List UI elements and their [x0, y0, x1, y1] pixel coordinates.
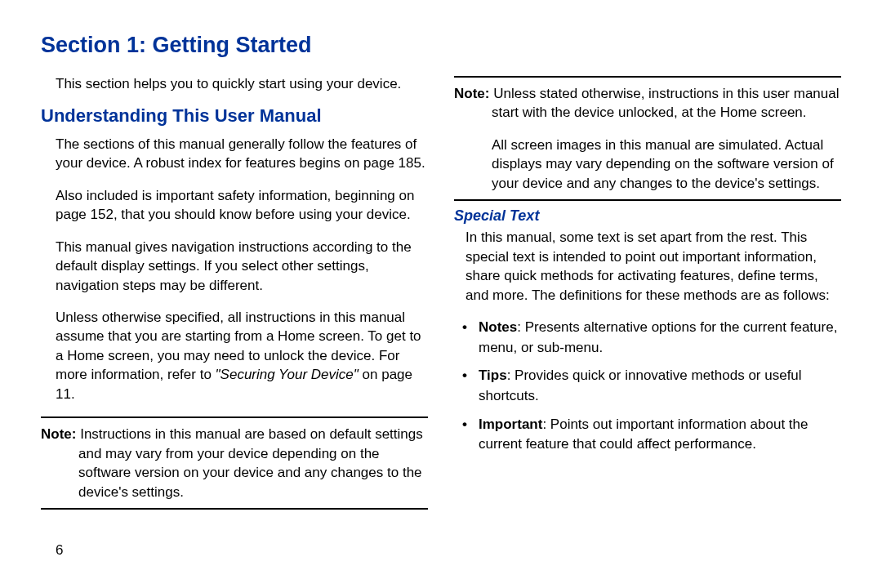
rule-divider	[454, 199, 841, 201]
manual-page: Section 1: Getting Started This section …	[0, 0, 882, 588]
list-item: Important: Points out important informat…	[457, 415, 841, 455]
page-number: 6	[56, 542, 63, 559]
note-continuation: All screen images in this manual are sim…	[454, 136, 841, 193]
body-paragraph: The sections of this manual generally fo…	[56, 135, 428, 173]
rule-divider	[41, 416, 428, 418]
bullet-term: Important	[479, 416, 542, 432]
body-paragraph: This manual gives navigation instruction…	[56, 238, 428, 295]
rule-divider	[41, 508, 428, 510]
bullet-term: Notes	[479, 319, 517, 335]
bullet-list: Notes: Presents alternative options for …	[457, 318, 841, 455]
bullet-term: Tips	[479, 368, 507, 383]
list-item: Tips: Provides quick or innovative metho…	[457, 366, 841, 406]
right-column: Note: Unless stated otherwise, instructi…	[454, 74, 841, 516]
intro-paragraph: This section helps you to quickly start …	[56, 74, 428, 94]
cross-reference: "Securing Your Device"	[216, 367, 359, 382]
bullet-text: : Provides quick or innovative methods o…	[479, 368, 802, 403]
rule-divider	[454, 76, 841, 78]
bullet-text: : Presents alternative options for the c…	[479, 319, 837, 355]
subsection-heading: Understanding This User Manual	[41, 105, 428, 127]
note-block: Note: Unless stated otherwise, instructi…	[454, 84, 841, 122]
body-paragraph: In this manual, some text is set apart f…	[466, 228, 841, 305]
note-block: Note: Instructions in this manual are ba…	[41, 425, 428, 501]
note-label: Note:	[41, 426, 80, 442]
body-paragraph: Unless otherwise specified, all instruct…	[56, 308, 428, 403]
note-text: Unless stated otherwise, instructions in…	[492, 86, 839, 120]
note-label: Note:	[454, 86, 493, 101]
list-item: Notes: Presents alternative options for …	[457, 318, 841, 358]
sub-subsection-heading: Special Text	[454, 207, 841, 225]
left-column: This section helps you to quickly start …	[41, 74, 428, 516]
section-title: Section 1: Getting Started	[41, 33, 841, 58]
note-text: Instructions in this manual are based on…	[78, 426, 423, 499]
body-paragraph: Also included is important safety inform…	[56, 186, 428, 225]
two-column-layout: This section helps you to quickly start …	[41, 74, 841, 516]
